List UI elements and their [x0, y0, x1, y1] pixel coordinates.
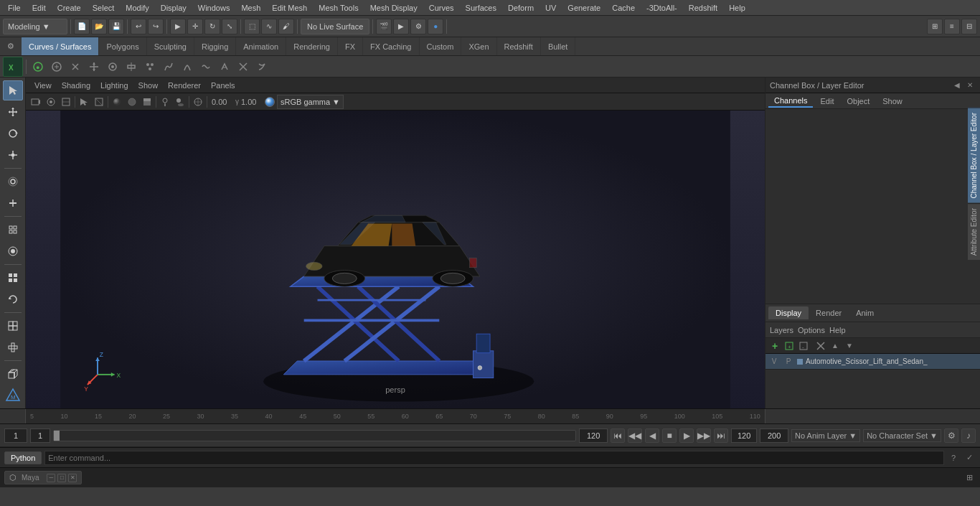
- select-tool-btn[interactable]: [3, 80, 23, 100]
- new-file-button[interactable]: 📄: [74, 19, 90, 34]
- channel-box-collapse-btn[interactable]: ◀: [951, 80, 963, 91]
- timeline-thumb[interactable]: [54, 431, 60, 441]
- taskbar-icon-1[interactable]: ⊞: [963, 472, 976, 484]
- mini-window-1[interactable]: ⬡ Maya ─ □ ✕: [4, 471, 82, 484]
- anim-layer-dropdown[interactable]: No Anim Layer ▼: [791, 429, 860, 442]
- panel-layout-button[interactable]: ⊞: [927, 19, 943, 34]
- disp-tab-render[interactable]: Render: [809, 306, 849, 319]
- vp-camera3-btn[interactable]: [59, 95, 73, 109]
- vp-camera-btn[interactable]: [29, 95, 43, 109]
- sphere-preview-button[interactable]: ●: [428, 19, 443, 34]
- view-cube-btn[interactable]: [3, 364, 23, 384]
- menu-create[interactable]: Create: [52, 2, 86, 14]
- tab-rendering[interactable]: Rendering: [286, 37, 338, 55]
- vp-menu-shading[interactable]: Shading: [57, 80, 95, 91]
- menu-mesh-tools[interactable]: Mesh Tools: [314, 2, 363, 14]
- layer-item[interactable]: V P Automotive_Scissor_Lift_and_Sedan_: [765, 354, 980, 370]
- clump-btn[interactable]: [179, 58, 196, 75]
- layer-add-selected-btn[interactable]: +: [783, 339, 796, 352]
- redo-button[interactable]: ↪: [148, 19, 164, 34]
- tab-rigging[interactable]: Rigging: [194, 37, 236, 55]
- noise-btn[interactable]: [197, 58, 215, 75]
- scale-mode-button[interactable]: ⤡: [222, 19, 237, 34]
- character-set-dropdown[interactable]: No Character Set ▼: [863, 429, 941, 442]
- tab-fx[interactable]: FX: [338, 37, 363, 55]
- command-help-icon[interactable]: ?: [947, 451, 960, 464]
- points-btn[interactable]: [141, 58, 159, 75]
- tab-curves-surfaces[interactable]: Curves / Surfaces: [22, 37, 99, 55]
- lasso-select-button[interactable]: ∿: [261, 19, 277, 34]
- menu-redshift[interactable]: Redshift: [684, 2, 722, 14]
- layer-visible-btn[interactable]: V: [768, 356, 780, 367]
- render-settings-button[interactable]: ⚙: [410, 19, 426, 34]
- tab-redshift[interactable]: Redshift: [497, 37, 541, 55]
- component-mode-btn[interactable]: [3, 268, 23, 288]
- restore-btn[interactable]: □: [57, 474, 66, 482]
- vp-light-btn[interactable]: [158, 95, 172, 109]
- select-mode-button[interactable]: ▶: [170, 19, 186, 34]
- undo-button[interactable]: ↩: [131, 19, 146, 34]
- menu-file[interactable]: File: [3, 2, 26, 14]
- open-file-button[interactable]: 📂: [91, 19, 107, 34]
- xgen-icon-btn[interactable]: X: [3, 57, 23, 77]
- disp-tab-anim[interactable]: Anim: [849, 306, 881, 319]
- vp-menu-renderer[interactable]: Renderer: [164, 80, 205, 91]
- render-button[interactable]: 🎬: [376, 19, 392, 34]
- viewport-canvas[interactable]: X Y Z persp: [26, 111, 765, 408]
- snap-grid-btn[interactable]: [3, 220, 23, 240]
- max-frame-field[interactable]: [760, 428, 788, 443]
- anim-end-field[interactable]: [731, 428, 757, 443]
- stop-btn[interactable]: ■: [662, 428, 677, 443]
- menu-curves[interactable]: Curves: [424, 2, 459, 14]
- rotate-tool-btn[interactable]: [3, 123, 23, 144]
- menu-deform[interactable]: Deform: [503, 2, 539, 14]
- vp-menu-view[interactable]: View: [30, 80, 56, 91]
- create-description-btn[interactable]: ●: [29, 58, 47, 75]
- vp-xray-btn[interactable]: [191, 95, 205, 109]
- step-fwd-btn[interactable]: ▶▶: [697, 428, 711, 443]
- translate-mode-button[interactable]: ✛: [187, 19, 203, 34]
- goto-start-btn[interactable]: ⏮: [611, 428, 625, 443]
- menu-surfaces[interactable]: Surfaces: [461, 2, 501, 14]
- command-input[interactable]: [44, 451, 944, 465]
- audio-btn[interactable]: ♪: [961, 428, 976, 443]
- guides-btn[interactable]: [67, 58, 84, 75]
- tab-polygons[interactable]: Polygons: [99, 37, 146, 55]
- step-back-btn[interactable]: ◀◀: [628, 428, 642, 443]
- live-surface-button[interactable]: No Live Surface: [301, 19, 369, 34]
- timeline-slider[interactable]: [53, 430, 576, 441]
- tab-bullet[interactable]: Bullet: [541, 37, 576, 55]
- move-tool-btn2[interactable]: [3, 102, 23, 122]
- menu-cache[interactable]: Cache: [607, 2, 640, 14]
- layer-up-btn[interactable]: ▲: [829, 339, 842, 352]
- maya-logo-btn[interactable]: M: [3, 385, 23, 406]
- tab-animation[interactable]: Animation: [236, 37, 286, 55]
- color-space-circle[interactable]: [265, 97, 275, 107]
- menu-mesh[interactable]: Mesh: [236, 2, 265, 14]
- menu-mesh-display[interactable]: Mesh Display: [365, 2, 423, 14]
- close-btn[interactable]: ✕: [68, 474, 77, 482]
- menu-uv[interactable]: UV: [540, 2, 561, 14]
- layer-help-btn[interactable]: Help: [829, 326, 846, 334]
- menu-edit[interactable]: Edit: [27, 2, 51, 14]
- marquee-select-button[interactable]: ⬚: [244, 19, 260, 34]
- color-space-dropdown[interactable]: sRGB gamma ▼: [277, 95, 344, 109]
- range-start-field[interactable]: [30, 428, 50, 443]
- modeling-dropdown[interactable]: Modeling ▼: [3, 19, 67, 34]
- vp-texture-btn[interactable]: [140, 95, 154, 109]
- tab-xgen[interactable]: XGen: [461, 37, 496, 55]
- orient-btn[interactable]: [123, 58, 140, 75]
- layer-down-btn[interactable]: ▼: [843, 339, 856, 352]
- play-back-btn[interactable]: ◀: [645, 428, 659, 443]
- menu-help[interactable]: Help: [724, 2, 750, 14]
- tab-channels[interactable]: Channels: [768, 95, 813, 108]
- rotate-mode-button[interactable]: ↻: [204, 19, 220, 34]
- tab-show[interactable]: Show: [877, 95, 908, 107]
- soft-select-btn[interactable]: [3, 172, 23, 192]
- menu-3dtall[interactable]: -3DtoAll-: [641, 2, 682, 14]
- layer-options-btn[interactable]: Options: [798, 326, 825, 334]
- transform-btn[interactable]: [3, 193, 23, 213]
- vp-shade-wire-btn[interactable]: [125, 95, 139, 109]
- vp-menu-lighting[interactable]: Lighting: [96, 80, 133, 91]
- menu-windows[interactable]: Windows: [193, 2, 235, 14]
